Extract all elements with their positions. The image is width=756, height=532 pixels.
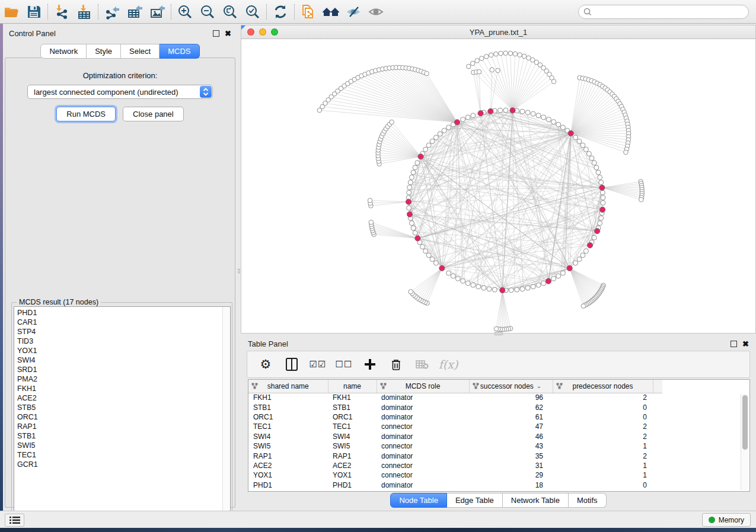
result-node-item[interactable]: YOX1 — [17, 346, 230, 355]
graph-node[interactable] — [580, 143, 585, 148]
run-mcds-button[interactable]: Run MCDS — [56, 107, 116, 121]
graph-node[interactable] — [551, 120, 556, 124]
graph-leaf-node[interactable] — [496, 68, 500, 73]
result-node-item[interactable]: PHD1 — [17, 308, 230, 318]
columns-icon[interactable] — [284, 357, 299, 372]
graph-node[interactable] — [423, 249, 428, 254]
memory-button[interactable]: Memory — [702, 513, 751, 527]
mcds-result-list[interactable]: PHD1CAR1STP4TID3YOX1SWI4SRD1PMA2FKH1ACE2… — [14, 306, 231, 518]
cell-name[interactable]: ORC1 — [328, 412, 377, 422]
graph-leaf-node[interactable] — [390, 120, 394, 124]
search-input[interactable] — [592, 8, 748, 16]
cell-role[interactable]: connector — [377, 441, 469, 451]
graph-leaf-node[interactable] — [508, 51, 513, 56]
graph-node[interactable] — [599, 216, 604, 220]
table-scrollbar-thumb[interactable] — [742, 395, 748, 450]
cell-predecessors[interactable]: 0 — [553, 402, 653, 412]
tab-motifs[interactable]: Motifs — [569, 493, 607, 508]
column-header-role[interactable]: MCDS role — [377, 380, 469, 393]
graph-node[interactable] — [407, 206, 412, 210]
graph-leaf-node[interactable] — [479, 56, 484, 61]
cell-role[interactable]: dominator — [377, 412, 469, 422]
refresh-icon[interactable] — [269, 2, 292, 22]
table-row[interactable]: TEC1TEC1connector472 — [248, 422, 662, 431]
table-row[interactable]: SWI5SWI5connector431 — [248, 441, 662, 451]
graph-node[interactable] — [430, 257, 435, 262]
graph-node[interactable] — [423, 147, 428, 152]
cell-name[interactable]: ACE2 — [328, 461, 377, 470]
result-node-item[interactable]: GCR1 — [17, 460, 230, 469]
graph-node[interactable] — [577, 257, 582, 262]
graph-node[interactable] — [577, 139, 582, 143]
graph-node[interactable] — [471, 113, 476, 118]
network-canvas[interactable] — [241, 39, 755, 333]
graph-node[interactable] — [430, 139, 435, 143]
zoom-in-icon[interactable] — [174, 2, 196, 22]
graph-node[interactable] — [556, 122, 561, 127]
cell-role[interactable]: connector — [377, 470, 469, 480]
export-network-icon[interactable] — [101, 2, 123, 22]
graph-node[interactable] — [492, 287, 497, 292]
graph-node[interactable] — [580, 253, 585, 258]
result-node-item[interactable]: SWI5 — [17, 441, 230, 450]
result-node-item[interactable]: SWI4 — [17, 355, 230, 365]
delete-icon[interactable] — [388, 357, 404, 372]
graph-node[interactable] — [560, 125, 565, 130]
graph-leaf-node[interactable] — [484, 55, 489, 59]
graph-node[interactable] — [442, 128, 446, 133]
graph-node[interactable] — [408, 180, 413, 185]
graph-node[interactable] — [487, 287, 492, 291]
column-header-successors[interactable]: successor nodes⌄ — [469, 380, 553, 393]
cell-predecessors[interactable]: 1 — [553, 470, 653, 480]
result-node-item[interactable]: RAP1 — [17, 422, 230, 431]
graph-node[interactable] — [415, 161, 420, 165]
graph-node[interactable] — [446, 125, 451, 130]
graph-hub-node[interactable] — [439, 265, 445, 271]
graph-node[interactable] — [601, 200, 605, 205]
graph-node[interactable] — [409, 175, 414, 180]
graph-node[interactable] — [598, 221, 602, 226]
graph-hub-node[interactable] — [600, 207, 605, 212]
graph-hub-node[interactable] — [478, 111, 483, 116]
cell-predecessors[interactable]: 2 — [553, 422, 653, 431]
cell-name[interactable]: SWI4 — [328, 432, 377, 441]
graph-node[interactable] — [541, 281, 546, 286]
cell-shared_name[interactable]: PHD1 — [248, 480, 328, 490]
graph-node[interactable] — [589, 156, 594, 161]
graph-hub-node[interactable] — [488, 108, 493, 114]
graph-node[interactable] — [409, 221, 414, 226]
tab-select[interactable]: Select — [121, 44, 160, 59]
table-scrollbar[interactable] — [741, 394, 748, 490]
graph-node[interactable] — [420, 244, 425, 249]
cell-role[interactable]: dominator — [377, 402, 469, 412]
tab-network-table[interactable]: Network Table — [503, 493, 569, 508]
graph-node[interactable] — [541, 115, 546, 120]
graph-node[interactable] — [407, 185, 412, 190]
graph-node[interactable] — [536, 283, 541, 287]
table-row[interactable]: FKH1FKH1dominator962 — [248, 393, 662, 402]
graph-node[interactable] — [556, 274, 561, 278]
column-header-shared_name[interactable]: shared name — [248, 380, 328, 393]
graph-leaf-node[interactable] — [470, 61, 475, 66]
graph-leaf-node[interactable] — [494, 52, 499, 56]
graph-node[interactable] — [520, 109, 525, 114]
result-node-item[interactable]: STB1 — [17, 431, 230, 441]
tab-style[interactable]: Style — [87, 44, 121, 59]
graph-node[interactable] — [560, 271, 565, 275]
import-table-icon[interactable] — [73, 2, 95, 22]
graph-leaf-node[interactable] — [581, 304, 586, 309]
graph-node[interactable] — [520, 287, 525, 291]
column-header-predecessors[interactable]: predecessor nodes — [553, 380, 653, 393]
graph-node[interactable] — [592, 161, 596, 165]
cell-successors[interactable]: 96 — [469, 393, 553, 402]
cell-successors[interactable]: 29 — [469, 470, 553, 480]
table-row[interactable]: ACE2ACE2connector311 — [248, 461, 662, 470]
cell-name[interactable]: STB1 — [328, 402, 377, 412]
cell-predecessors[interactable]: 1 — [553, 461, 653, 470]
graph-hub-node[interactable] — [546, 278, 551, 284]
graph-leaf-node[interactable] — [368, 198, 372, 203]
graph-leaf-node[interactable] — [490, 68, 495, 72]
graph-node[interactable] — [600, 190, 605, 195]
graph-node[interactable] — [407, 190, 412, 195]
cell-successors[interactable]: 31 — [469, 461, 553, 470]
